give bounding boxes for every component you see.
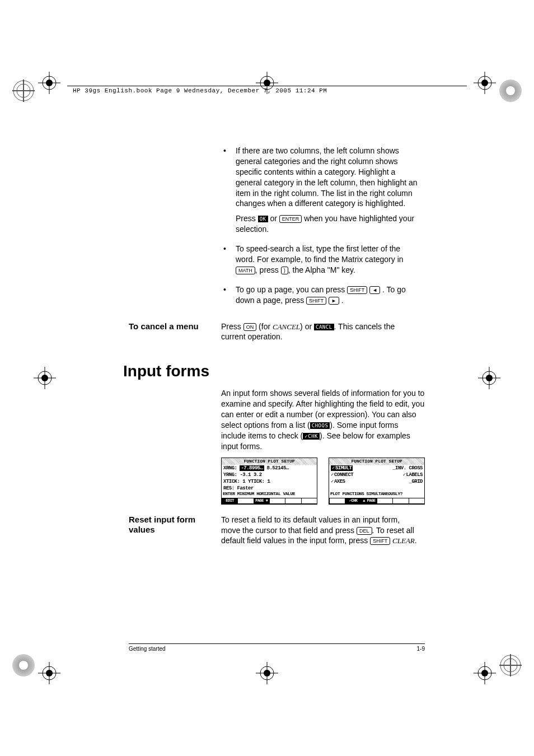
printer-mark-icon (498, 653, 523, 678)
crop-mark-icon (38, 662, 60, 684)
crop-mark-icon (474, 662, 496, 684)
bullet-item: • To go up a page, you can press SHIFT ◄… (221, 284, 420, 310)
shift-key-icon: SHIFT (370, 537, 390, 545)
shift-key-icon: SHIFT (306, 297, 326, 305)
section-heading: Input forms (123, 362, 420, 380)
footer-right: 1-9 (417, 646, 425, 652)
body-text: Press ON (for CANCEL) or CANCL. This can… (221, 321, 420, 343)
printer-mark-icon (498, 78, 523, 103)
svg-point-7 (19, 661, 28, 670)
crop-mark-icon (256, 662, 278, 684)
body-text: If there are two columns, the left colum… (236, 146, 420, 209)
left-arrow-key-icon: ◄ (369, 286, 380, 294)
body-text: To speed-search a list, type the first l… (236, 244, 420, 276)
body-text: To reset a field to its default values i… (221, 515, 420, 547)
cancel-softkey-icon: CANCL (314, 324, 334, 330)
bullet-item: • If there are two columns, the left col… (221, 146, 420, 239)
body-text: An input form shows several fields of in… (221, 388, 425, 451)
printer-mark-icon (11, 653, 36, 678)
shift-key-icon: SHIFT (347, 286, 367, 294)
crop-mark-icon (38, 72, 60, 94)
on-key-icon: ON (243, 323, 257, 331)
svg-point-5 (506, 86, 515, 95)
right-arrow-key-icon: ► (329, 297, 339, 305)
side-heading: To cancel a menu (129, 321, 216, 332)
enter-key-icon: ENTER (279, 215, 302, 223)
body-text: To go up a page, you can press SHIFT ◄ .… (236, 284, 420, 306)
body-text: Press OK or ENTER when you have highligh… (236, 213, 420, 235)
paren-key-icon: ) (281, 267, 288, 274)
calculator-screenshot: FUNCTION PLOT SETUP SIMULT _INV. CROSS C… (329, 458, 425, 505)
bullet-item: • To speed-search a list, type the first… (221, 244, 420, 280)
screen-title: FUNCTION PLOT SETUP (329, 458, 424, 465)
calculator-screenshot: FUNCTION PLOT SETUP XRNG: -7.8995… 8.521… (221, 458, 317, 505)
ok-softkey-icon: OK (258, 216, 268, 222)
crop-mark-icon (478, 367, 500, 389)
page-footer: Getting started 1-9 (129, 643, 425, 652)
screen-title: FUNCTION PLOT SETUP (222, 458, 317, 465)
footer-left: Getting started (129, 646, 166, 652)
chk-softkey-icon: ✓CHK (303, 433, 320, 440)
side-heading: Reset input form values (129, 515, 216, 535)
header-text: HP 39gs English.book Page 9 Wednesday, D… (73, 87, 327, 94)
del-key-icon: DEL (357, 527, 372, 535)
math-key-icon: MATH (236, 267, 255, 274)
choos-softkey-icon: CHOOS (310, 422, 330, 429)
crop-mark-icon (474, 72, 496, 94)
header-rule (67, 86, 467, 86)
crop-mark-icon (34, 367, 56, 389)
printer-mark-icon (11, 78, 36, 103)
